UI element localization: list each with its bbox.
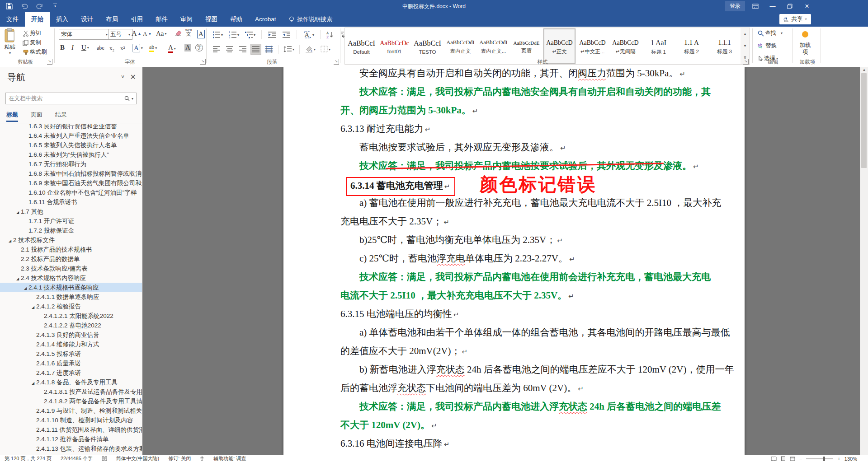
style-chip-[interactable]: AaBbCcD↵正文 bbox=[543, 28, 576, 64]
decrease-indent-button[interactable] bbox=[267, 30, 277, 39]
bullets-button[interactable]: ▾ bbox=[212, 30, 224, 40]
nav-heading-item[interactable]: ◢2.4.1.8 备品、备件及专用工具 bbox=[0, 378, 142, 387]
text-effects-button[interactable]: A▾ bbox=[132, 44, 143, 52]
style-chip-2[interactable]: 1.1 A标题 2 bbox=[675, 28, 708, 64]
zoom-out-button[interactable]: − bbox=[799, 456, 802, 462]
nav-heading-item[interactable]: 2.4.1.8.2 两年备品备件及专用工具清单 bbox=[0, 397, 142, 406]
nav-heading-item[interactable]: 1.6.3 良好的银行资信和企业信誉 bbox=[0, 124, 142, 131]
font-dialog-launcher[interactable]: ↘ bbox=[200, 59, 206, 65]
nav-heading-item[interactable]: 2.4.1.10 制造、检测时间计划及内容 bbox=[0, 415, 142, 425]
ribbon-tab-设计[interactable]: 设计 bbox=[75, 12, 99, 27]
enclose-characters-button[interactable]: 字 bbox=[195, 44, 203, 51]
nav-heading-item[interactable]: 2.4.1.7 进度承诺 bbox=[0, 368, 142, 378]
nav-tab-结果[interactable]: 结果 bbox=[55, 111, 67, 122]
styles-dialog-launcher[interactable]: ↘ bbox=[743, 59, 749, 65]
track-changes-indicator[interactable]: 修订: 关闭 bbox=[168, 455, 191, 462]
nav-heading-item[interactable]: 1.7.1 开户许可证 bbox=[0, 216, 142, 226]
justify-button[interactable] bbox=[251, 44, 261, 54]
ribbon-tab-插入[interactable]: 插入 bbox=[50, 12, 75, 27]
nav-heading-item[interactable]: 1.6.11 合规承诺书 bbox=[0, 197, 142, 207]
accessibility-status[interactable]: 辅助功能: 调查 bbox=[213, 455, 246, 462]
format-painter-button[interactable]: 格式刷 bbox=[23, 48, 47, 56]
page-indicator[interactable]: 第 120 页，共 274 页 bbox=[5, 455, 52, 462]
style-chip-1[interactable]: 1 AaI标题 1 bbox=[642, 28, 675, 64]
underline-button[interactable]: U▾ bbox=[81, 44, 89, 51]
nav-heading-item[interactable]: ◢1.7 其他 bbox=[0, 207, 142, 216]
scrollbar-thumb[interactable] bbox=[861, 73, 867, 168]
line-spacing-button[interactable]: ▾ bbox=[283, 45, 295, 54]
read-mode-icon[interactable] bbox=[771, 457, 777, 461]
borders-button[interactable]: ▾ bbox=[320, 45, 331, 54]
cut-button[interactable]: 剪切 bbox=[23, 29, 41, 37]
language-indicator[interactable]: 简体中文(中国大陆) bbox=[116, 455, 159, 462]
character-border-button[interactable]: A bbox=[197, 30, 205, 38]
expand-triangle-icon[interactable]: ◢ bbox=[7, 236, 13, 245]
nav-heading-item[interactable]: 2.1 投标产品的技术规格书 bbox=[0, 245, 142, 254]
shading-button[interactable]: ▾ bbox=[304, 45, 316, 54]
replace-button[interactable]: ab 替换 bbox=[758, 42, 777, 50]
font-name-combo[interactable]: 宋体▾ bbox=[59, 29, 110, 40]
expand-triangle-icon[interactable]: ◢ bbox=[30, 303, 36, 311]
nav-heading-item[interactable]: 1.6.10 企业名称中不包含“辽河油田”字样 bbox=[0, 188, 142, 197]
nav-heading-item[interactable]: 1.6.4 未被列入严重违法失信企业名单 bbox=[0, 131, 142, 140]
ribbon-tab-开始[interactable]: 开始 bbox=[25, 12, 50, 27]
nav-heading-item[interactable]: ◢2.4 技术规格书内容响应 bbox=[0, 273, 142, 283]
zoom-slider[interactable] bbox=[806, 458, 833, 459]
minimize-button[interactable]: — bbox=[766, 0, 779, 12]
nav-heading-item[interactable]: 2.4.1.1 数据单逐条响应 bbox=[0, 292, 142, 302]
nav-tab-页面[interactable]: 页面 bbox=[31, 111, 42, 122]
distribute-button[interactable] bbox=[264, 44, 274, 54]
ribbon-tab-布局[interactable]: 布局 bbox=[99, 12, 124, 27]
ribbon-tab-文件[interactable]: 文件 bbox=[0, 12, 25, 27]
style-chip-3[interactable]: 1.1.1标题 3 bbox=[708, 28, 741, 64]
nav-heading-item[interactable]: 1.6.6 未被列为“失信被执行人” bbox=[0, 150, 142, 159]
copy-button[interactable]: 复制 bbox=[23, 39, 41, 47]
ribbon-tab-Acrobat[interactable]: Acrobat bbox=[249, 12, 283, 27]
shrink-font-button[interactable]: A▼ bbox=[143, 30, 151, 37]
nav-heading-item[interactable]: ◢2 技术投标文件 bbox=[0, 235, 142, 245]
ribbon-tab-视图[interactable]: 视图 bbox=[199, 12, 224, 27]
nav-heading-item[interactable]: ◢2.4.1 技术规格书逐条响应 bbox=[0, 283, 142, 292]
ribbon-display-options-icon[interactable] bbox=[749, 0, 762, 12]
nav-heading-item[interactable]: ◢2.4.1.2 检验报告 bbox=[0, 302, 142, 311]
bold-button[interactable]: B bbox=[60, 44, 65, 51]
expand-triangle-icon[interactable]: ◢ bbox=[14, 208, 21, 216]
nav-heading-item[interactable]: 2.4.1.2.2 蓄电池2022 bbox=[0, 321, 142, 330]
style-chip-TESTO[interactable]: AaBbCcITESTO bbox=[411, 28, 444, 64]
nav-heading-item[interactable]: 1.7.2 投标保证金 bbox=[0, 226, 142, 235]
vertical-scrollbar[interactable]: ▲ bbox=[860, 67, 868, 455]
italic-button[interactable]: I bbox=[71, 44, 74, 51]
restore-button[interactable] bbox=[783, 0, 797, 12]
nav-search-input[interactable]: 在文档中搜索 ▾ bbox=[5, 93, 137, 104]
zoom-in-button[interactable]: + bbox=[837, 456, 840, 462]
nav-close-icon[interactable]: ✕ bbox=[130, 73, 136, 81]
nav-heading-item[interactable]: 1.6.7 无行贿犯罪行为 bbox=[0, 159, 142, 169]
nav-heading-item[interactable]: 2.4.1.8.1 投产及试运备品备件及专用工... bbox=[0, 387, 142, 397]
clear-formatting-button[interactable] bbox=[174, 30, 182, 36]
proofing-icon[interactable] bbox=[102, 456, 107, 461]
print-layout-icon[interactable] bbox=[781, 456, 786, 461]
ribbon-tab-引用[interactable]: 引用 bbox=[124, 12, 149, 27]
clipboard-dialog-launcher[interactable]: ↘ bbox=[47, 59, 52, 65]
numbering-button[interactable]: 123▾ bbox=[228, 30, 240, 40]
tell-me-search[interactable]: 操作说明搜索 bbox=[284, 12, 337, 27]
nav-heading-item[interactable]: 2.2 投标产品的数据单 bbox=[0, 254, 142, 264]
nav-tab-标题[interactable]: 标题 bbox=[6, 111, 18, 122]
nav-heading-item[interactable]: 2.4.1.4 维修能力和方式 bbox=[0, 340, 142, 349]
scroll-up-arrow[interactable]: ▲ bbox=[860, 68, 868, 72]
web-layout-icon[interactable] bbox=[790, 457, 795, 461]
phonetic-guide-button[interactable]: wén文 bbox=[185, 28, 192, 37]
nav-collapse-icon[interactable]: ˅ bbox=[121, 74, 124, 80]
asian-layout-button[interactable]: A▾ bbox=[302, 30, 315, 39]
nav-heading-item[interactable]: 2.4.1.2.1 太阳能系统2022 bbox=[0, 311, 142, 321]
close-button[interactable]: × bbox=[800, 0, 814, 12]
increase-indent-button[interactable] bbox=[281, 30, 292, 39]
paragraph-dialog-launcher[interactable]: ↘ bbox=[334, 59, 339, 65]
highlight-color-button[interactable]: ab▾ bbox=[149, 44, 157, 52]
nav-heading-item[interactable]: 2.4.1.5 投标承诺 bbox=[0, 349, 142, 359]
login-button[interactable]: 登录 bbox=[725, 1, 745, 11]
style-chip-Default[interactable]: AaBbCcIDefault bbox=[345, 28, 378, 64]
change-case-button[interactable]: Aa▾ bbox=[156, 30, 167, 37]
document-page[interactable]: 安全阀应具有自动开启和自动关闭的功能，其开、闭阀压力范围为 5-30kPa。↵技… bbox=[283, 67, 745, 455]
style-chip-[interactable]: AaBbCcD↵中文正... bbox=[576, 28, 609, 64]
